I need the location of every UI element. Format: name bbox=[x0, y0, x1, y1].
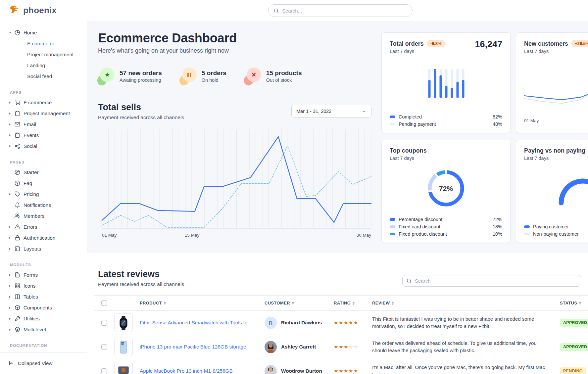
pie-chart-icon bbox=[15, 30, 20, 35]
sidebar-item-members[interactable]: Members bbox=[0, 210, 87, 221]
column-header-product[interactable]: PRODUCT bbox=[140, 301, 265, 305]
reviews-search-input[interactable] bbox=[415, 278, 577, 284]
sidebar-section-title: APPS bbox=[10, 90, 87, 94]
sidebar-item-icons[interactable]: Icons bbox=[0, 280, 87, 291]
customer-name: Ashley Garrett bbox=[281, 344, 316, 350]
sidebar-item-faq[interactable]: Faq bbox=[0, 178, 87, 189]
total-orders-badge: -6.8% bbox=[427, 40, 445, 47]
caret-right-icon bbox=[9, 123, 14, 126]
sidebar-item-email[interactable]: Email bbox=[0, 119, 87, 130]
product-thumbnail[interactable] bbox=[114, 313, 133, 332]
sidebar-item-utilities[interactable]: Utilities bbox=[0, 313, 87, 324]
shopping-cart-icon bbox=[15, 100, 20, 105]
column-header-rating[interactable]: RATING bbox=[334, 301, 372, 305]
stat-value: 5 orders bbox=[202, 70, 226, 77]
caret-right-icon bbox=[9, 145, 14, 148]
avatar-photo bbox=[265, 365, 277, 374]
search-icon bbox=[274, 8, 279, 13]
legend-item-fixed-product-discount: Fixed product discount 10% bbox=[390, 230, 502, 237]
select-all-checkbox[interactable] bbox=[101, 300, 107, 306]
sidebar-subitem-project-management[interactable]: Project management bbox=[0, 49, 87, 60]
avatar-initial: R bbox=[265, 317, 277, 329]
collapsed-view-button[interactable]: Collapsed View bbox=[0, 360, 52, 366]
grid-icon bbox=[15, 283, 20, 289]
sidebar-item-authentication[interactable]: Authentication bbox=[0, 232, 87, 243]
clipboard-icon bbox=[15, 132, 20, 138]
stat-value: 57 new orders bbox=[120, 70, 162, 77]
sidebar-subitem-landing[interactable]: Landing bbox=[0, 60, 87, 71]
paying-legend: Paying customer Non-paying customer bbox=[524, 223, 588, 237]
caret-right-icon bbox=[9, 285, 14, 287]
total-sells-subtitle: Payment received across all channels bbox=[98, 115, 184, 120]
collapsed-view-label: Collapsed View bbox=[18, 360, 52, 366]
sidebar-item-starter[interactable]: Starter bbox=[0, 167, 87, 178]
rating-stars: ★★★☆☆ bbox=[334, 344, 372, 350]
sidebar-item-notifications[interactable]: Notifications bbox=[0, 200, 87, 210]
total-orders-value: 16,247 bbox=[475, 39, 502, 50]
sidebar-item-label: Components bbox=[24, 305, 52, 310]
card-title: Total orders bbox=[390, 40, 424, 47]
bell-icon bbox=[15, 202, 20, 208]
sort-icon bbox=[392, 302, 394, 305]
caret-down-icon bbox=[9, 32, 14, 33]
reviews-search[interactable] bbox=[402, 275, 581, 287]
dashboard-section: Ecommerce Dashboard Here's what's going … bbox=[87, 21, 588, 253]
column-header-customer[interactable]: CUSTOMER bbox=[265, 301, 334, 305]
chevron-down-icon bbox=[362, 109, 367, 114]
product-link[interactable]: Fitbit Sense Advanced Smartwatch with To… bbox=[140, 320, 252, 326]
customer-name: Richard Dawkins bbox=[281, 320, 322, 326]
columns-icon bbox=[15, 294, 20, 300]
review-text: This Fitbit is fantastic! I was trying t… bbox=[372, 315, 560, 330]
sidebar-item-label: Faq bbox=[24, 180, 32, 186]
sidebar-item-home[interactable]: Home bbox=[0, 27, 87, 38]
sidebar-item-pricing[interactable]: Pricing bbox=[0, 189, 87, 200]
sidebar-item-forms[interactable]: Forms bbox=[0, 269, 87, 280]
sidebar-item-e-commerce[interactable]: E commerce bbox=[0, 97, 87, 108]
brand-name: phoenix bbox=[23, 5, 57, 16]
brand[interactable]: phoenix bbox=[0, 5, 57, 17]
sidebar-nav: HomeE commerceProject managementLandingS… bbox=[0, 21, 87, 348]
legend-item-pending-payment: Pending payment 48% bbox=[390, 120, 502, 127]
column-header-review[interactable]: REVIEW bbox=[372, 301, 560, 305]
row-checkbox[interactable] bbox=[101, 320, 107, 326]
sidebar-item-label: Utilities bbox=[24, 316, 40, 321]
sort-icon bbox=[292, 302, 294, 305]
sidebar-item-project-management[interactable]: Project management bbox=[0, 108, 87, 119]
product-thumbnail[interactable] bbox=[114, 338, 133, 356]
topbar-search-input[interactable] bbox=[282, 8, 407, 14]
product-link[interactable]: Apple MacBook Pro 13 inch-M1-8/256GB bbox=[140, 368, 233, 374]
row-checkbox[interactable] bbox=[101, 368, 107, 374]
total-sells-title: Total sells bbox=[98, 102, 184, 113]
card-period: Last 7 days bbox=[524, 156, 588, 161]
avatar-photo bbox=[265, 341, 277, 353]
stat-value: 15 products bbox=[266, 70, 302, 77]
sidebar-subitem-e-commerce[interactable]: E commerce bbox=[0, 38, 87, 49]
sidebar-subitem-social-feed[interactable]: Social feed bbox=[0, 71, 87, 82]
sidebar-item-label: E commerce bbox=[24, 100, 52, 105]
sidebar-item-label: Home bbox=[24, 30, 37, 35]
svg-text:15 May: 15 May bbox=[185, 233, 200, 238]
layers-icon bbox=[15, 327, 20, 332]
reviews-table: PRODUCT CUSTOMER RATING REVIEW STATUS Fi… bbox=[94, 295, 588, 374]
search-icon bbox=[407, 278, 412, 283]
sidebar-section-title: PAGES bbox=[10, 160, 87, 164]
legend-swatch bbox=[390, 233, 395, 235]
sidebar-item-components[interactable]: Components bbox=[0, 302, 87, 313]
sidebar-item-errors[interactable]: Errors bbox=[0, 221, 87, 232]
topbar-search[interactable] bbox=[268, 4, 413, 17]
row-checkbox[interactable] bbox=[101, 344, 107, 350]
sidebar-item-social[interactable]: Social bbox=[0, 141, 87, 152]
card-title: Paying vs non paying bbox=[524, 147, 585, 154]
product-link[interactable]: iPhone 13 pro max-Pacific Blue-128GB sto… bbox=[140, 344, 246, 350]
column-header-status[interactable]: STATUS bbox=[560, 301, 588, 305]
product-thumbnail[interactable] bbox=[114, 362, 133, 374]
sidebar-item-tables[interactable]: Tables bbox=[0, 291, 87, 302]
clipboard-icon bbox=[15, 111, 20, 116]
legend-item-paying-customer: Paying customer bbox=[524, 223, 588, 230]
legend-item-non-paying-customer: Non-paying customer bbox=[524, 230, 588, 237]
date-range-select[interactable]: Mar 1 - 31, 2022 bbox=[291, 105, 371, 117]
sidebar-item-multi-level[interactable]: Multi level bbox=[0, 324, 87, 335]
sidebar-item-layouts[interactable]: Layouts bbox=[0, 243, 87, 254]
sidebar-item-events[interactable]: Events bbox=[0, 130, 87, 141]
file-text-icon bbox=[15, 272, 20, 278]
